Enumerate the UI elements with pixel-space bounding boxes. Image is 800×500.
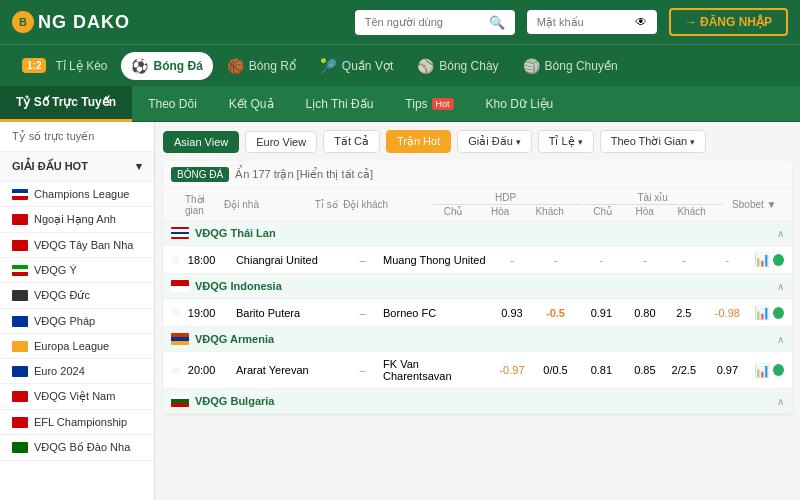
content-area: Asian View Euro View Tất Cả Trận Hot Giả… bbox=[155, 122, 800, 500]
content-inner: Asian View Euro View Tất Cả Trận Hot Giả… bbox=[155, 122, 800, 428]
sidebar: Tỷ số trực tuyến GIẢI ĐẤU HOT ▾ Champion… bbox=[0, 122, 155, 500]
league-name: EFL Championship bbox=[34, 416, 127, 428]
filter-giai[interactable]: Giải Đấu ▾ bbox=[457, 130, 532, 153]
league-item[interactable]: VĐQG Đức bbox=[0, 283, 154, 309]
filter-tyle[interactable]: Tỉ Lệ ▾ bbox=[538, 130, 594, 153]
filter-thoigian[interactable]: Theo Thời Gian ▾ bbox=[600, 130, 707, 153]
password-input[interactable] bbox=[537, 16, 629, 28]
sport-item-tyle[interactable]: 1:2 Tỉ Lệ Kèo bbox=[12, 52, 117, 79]
subnav-theodoi-label: Theo Dõi bbox=[148, 97, 197, 111]
chart-icon[interactable]: 📊 bbox=[752, 252, 770, 267]
away-team: Muang Thong United bbox=[383, 254, 489, 266]
subnav-tips[interactable]: Tips Hot bbox=[389, 86, 469, 122]
league-item[interactable]: VĐQG Tây Ban Nha bbox=[0, 233, 154, 258]
league-item[interactable]: EFL Championship bbox=[0, 410, 154, 435]
match-time: 20:00 bbox=[188, 364, 234, 376]
league-item[interactable]: Ngoại Hạng Anh bbox=[0, 207, 154, 233]
away-team: FK Van Charentsavan bbox=[383, 358, 489, 382]
chevron-down-icon: ▾ bbox=[690, 137, 695, 147]
tennis-icon: 🎾 bbox=[320, 58, 337, 74]
chevron-up-icon: ∧ bbox=[777, 396, 784, 407]
chart-icon[interactable]: 📊 bbox=[752, 305, 770, 320]
league-flag bbox=[12, 240, 28, 251]
indonesia-league-name: VĐQG Indonesia bbox=[195, 280, 282, 292]
chevron-up-icon: ∧ bbox=[777, 228, 784, 239]
taixiu-group-header: Tài xỉu Chủ Hòa Khách bbox=[583, 192, 723, 217]
bulgaria-flag bbox=[171, 395, 189, 407]
login-button[interactable]: → ĐĂNG NHẬP bbox=[669, 8, 788, 36]
star-icon[interactable]: ☆ bbox=[171, 306, 186, 319]
home-team: Barito Putera bbox=[236, 307, 342, 319]
hdp-hoa: - bbox=[535, 254, 577, 266]
league-flag bbox=[12, 391, 28, 402]
league-name: Europa League bbox=[34, 340, 109, 352]
sidebar-title: Tỷ số trực tuyến bbox=[0, 122, 154, 152]
star-icon[interactable]: ☆ bbox=[171, 364, 186, 377]
subnav-theodoi[interactable]: Theo Dõi bbox=[132, 86, 213, 122]
league-item[interactable]: VĐQG Pháp bbox=[0, 309, 154, 334]
search-icon: 🔍 bbox=[489, 15, 505, 30]
hdp-chu: -0.97 bbox=[491, 364, 533, 376]
hdp-hoa-header: Hòa bbox=[478, 206, 523, 217]
hdp-chu-header: Chủ bbox=[431, 206, 476, 217]
league-item[interactable]: VĐQG Ý bbox=[0, 258, 154, 283]
sport-nav: 1:2 Tỉ Lệ Kèo ⚽ Bóng Đá 🏀 Bóng Rổ 🎾 Quần… bbox=[0, 44, 800, 86]
header: B NG DAKO 🔍 👁 → ĐĂNG NHẬP bbox=[0, 0, 800, 44]
league-item[interactable]: Europa League bbox=[0, 334, 154, 359]
filter-euro[interactable]: Euro View bbox=[245, 131, 317, 153]
chevron-up-icon: ∧ bbox=[777, 281, 784, 292]
league-item[interactable]: VĐQG Việt Nam bbox=[0, 384, 154, 410]
chart-icon[interactable]: 📊 bbox=[752, 363, 770, 378]
league-item[interactable]: Euro 2024 bbox=[0, 359, 154, 384]
sport-item-bongchay[interactable]: ⚾ Bóng Chày bbox=[407, 52, 508, 80]
filter-tatca[interactable]: Tất Cả bbox=[323, 130, 380, 153]
filter-tranhot[interactable]: Trận Hot bbox=[386, 130, 451, 153]
hdp-hoa: 0/0.5 bbox=[535, 364, 577, 376]
star-icon[interactable]: ☆ bbox=[171, 253, 186, 266]
league-row-thailand[interactable]: VĐQG Thái Lan ∧ bbox=[163, 221, 792, 246]
taixiu-chu: 0.85 bbox=[626, 364, 663, 376]
league-item[interactable]: VĐQG Bồ Đào Nha bbox=[0, 435, 154, 461]
live-dot bbox=[773, 307, 784, 319]
league-name: VĐQG Pháp bbox=[34, 315, 95, 327]
league-item[interactable]: Champions League bbox=[0, 182, 154, 207]
sport-label-bongchuyen: Bóng Chuyền bbox=[545, 59, 618, 73]
league-name: VĐQG Bồ Đào Nha bbox=[34, 441, 130, 454]
sport-item-bongchuyen[interactable]: 🏐 Bóng Chuyền bbox=[513, 52, 628, 80]
section-header[interactable]: GIẢI ĐẤU HOT ▾ bbox=[0, 152, 154, 182]
sport-item-bongro[interactable]: 🏀 Bóng Rổ bbox=[217, 52, 306, 80]
hdp-hoa: -0.5 bbox=[535, 307, 577, 319]
time-col-header: Thời gian bbox=[185, 194, 222, 216]
volleyball-icon: 🏐 bbox=[523, 58, 540, 74]
search-box[interactable]: 🔍 bbox=[355, 10, 515, 35]
league-row-indonesia[interactable]: VĐQG Indonesia ∧ bbox=[163, 274, 792, 299]
score-badge: 1:2 bbox=[22, 58, 46, 73]
subnav-tyso[interactable]: Tỷ Số Trực Tuyến bbox=[0, 86, 132, 122]
match-score: – bbox=[344, 307, 381, 319]
filter-asian[interactable]: Asian View bbox=[163, 131, 239, 153]
match-section: BÓNG ĐÁ Ẩn 177 trận [Hiển thị tất cả] Th… bbox=[163, 161, 792, 414]
search-input[interactable] bbox=[365, 16, 483, 28]
taixiu-chu: 0.80 bbox=[626, 307, 663, 319]
taixiu-chu: - bbox=[626, 254, 663, 266]
subnav-ketqua[interactable]: Kết Quả bbox=[213, 86, 290, 122]
live-dot bbox=[773, 254, 784, 266]
armenia-league-name: VĐQG Armenia bbox=[195, 333, 274, 345]
eye-icon: 👁 bbox=[635, 15, 647, 29]
league-row-bulgaria[interactable]: VĐQG Bulgaria ∧ bbox=[163, 389, 792, 414]
subnav-kho[interactable]: Kho Dữ Liệu bbox=[470, 86, 570, 122]
subnav-kho-label: Kho Dữ Liệu bbox=[486, 97, 554, 111]
password-box[interactable]: 👁 bbox=[527, 10, 657, 34]
subnav-lichthi[interactable]: Lịch Thi Đấu bbox=[290, 86, 390, 122]
sport-item-quanvot[interactable]: 🎾 Quần Vợt bbox=[310, 52, 403, 80]
match-row-indonesia-1: ☆ 19:00 Barito Putera – Borneo FC 0.93 -… bbox=[163, 299, 792, 327]
home-col-header: Đội nhà bbox=[224, 199, 309, 210]
taixiu-chu-header: Chủ bbox=[583, 206, 623, 217]
sport-item-bongda[interactable]: ⚽ Bóng Đá bbox=[121, 52, 212, 80]
league-flag bbox=[12, 290, 28, 301]
sport-label-quanvot: Quần Vợt bbox=[342, 59, 393, 73]
league-row-armenia[interactable]: VĐQG Armenia ∧ bbox=[163, 327, 792, 352]
home-team: Chiangrai United bbox=[236, 254, 342, 266]
match-count[interactable]: Ẩn 177 trận [Hiển thị tất cả] bbox=[235, 168, 373, 181]
home-team: Ararat Yerevan bbox=[236, 364, 342, 376]
